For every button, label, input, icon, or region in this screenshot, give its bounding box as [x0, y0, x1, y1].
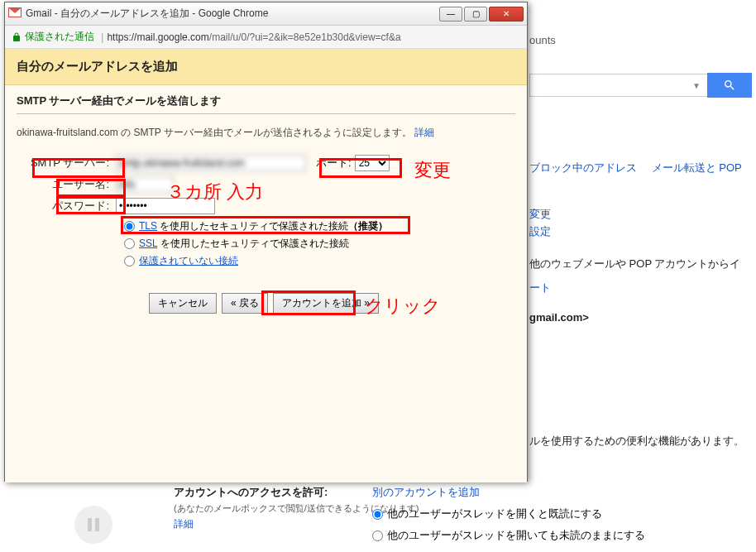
url-text: https://mail.google.com/mail/u/0/?ui=2&i…: [107, 31, 400, 43]
pass-label: パスワード:: [17, 199, 116, 214]
popup-subheading: SMTP サーバー経由でメールを送信します: [17, 94, 515, 108]
smtp-input[interactable]: [116, 155, 306, 171]
popup-window: Gmail - 自分のメールアドレスを追加 - Google Chrome — …: [4, 2, 528, 482]
bg-webmail-text: 他のウェブメールや POP アカウントからイ: [529, 257, 740, 271]
bg-change-link[interactable]: 変更: [529, 207, 551, 222]
ssl-radio[interactable]: [124, 238, 135, 249]
maximize-button[interactable]: ▢: [464, 7, 487, 22]
none-link[interactable]: 保護されていない接続: [139, 254, 238, 268]
ssl-link[interactable]: SSL: [139, 238, 157, 249]
add-account-button[interactable]: アカウントを追加 »: [273, 293, 379, 314]
bg-bottom-text: ルを使用するための便利な機能があります。: [529, 434, 744, 449]
port-select[interactable]: 25: [355, 155, 390, 171]
popup-description: okinawa-fruitsland.com の SMTP サーバー経由でメール…: [17, 126, 515, 140]
bg-dash-text: ート: [529, 281, 551, 295]
add-another-link[interactable]: 別のアカウントを追加: [372, 485, 645, 500]
popup-content: 自分のメールアドレスを追加 SMTP サーバー経由でメールを送信します okin…: [5, 49, 527, 481]
minimize-button[interactable]: —: [439, 7, 462, 22]
blocked-link[interactable]: ブロック中のアドレス: [529, 161, 637, 174]
detail-link[interactable]: 詳細: [414, 127, 434, 138]
user-label: ユーザー名:: [17, 177, 116, 192]
tls-radio[interactable]: [124, 221, 135, 232]
close-button[interactable]: ✕: [489, 7, 524, 22]
smtp-label: SMTP サーバー:: [17, 156, 116, 170]
search-button[interactable]: [707, 73, 752, 98]
bg-search-input[interactable]: [529, 74, 686, 97]
bg-radio2[interactable]: [372, 530, 383, 541]
pause-overlay-icon: [74, 506, 112, 544]
url-bar: 保護された通信 | https://mail.google.com/mail/u…: [5, 26, 527, 49]
user-input[interactable]: [116, 176, 174, 193]
popup-heading: 自分のメールアドレスを追加: [5, 49, 527, 85]
forward-link[interactable]: メール転送と POP: [652, 161, 742, 174]
bg-tab-links: ブロック中のアドレス メール転送と POP: [529, 161, 754, 175]
window-titlebar: Gmail - 自分のメールアドレスを追加 - Google Chrome — …: [5, 2, 527, 26]
bg-radio1-label: 他のユーザーがスレッドを開くと既読にする: [387, 506, 602, 521]
tls-link[interactable]: TLS: [139, 220, 157, 232]
bg-radio1[interactable]: [372, 509, 383, 520]
cancel-button[interactable]: キャンセル: [149, 293, 217, 314]
bg-ounts: ounts: [529, 34, 556, 46]
secure-label: 保護された通信: [25, 30, 94, 44]
bg-settings-link[interactable]: 設定: [529, 224, 551, 239]
port-label: ポート:: [316, 156, 352, 170]
none-radio[interactable]: [124, 256, 135, 266]
lock-icon: [12, 32, 22, 42]
bg-bottom-section: アカウントへのアクセスを許可: (あなたのメールボックスで閲覧/送信できるように…: [174, 485, 752, 531]
search-icon: [723, 79, 736, 92]
bg-radio2-label: 他のユーザーがスレッドを開いても未読のままにする: [387, 528, 645, 543]
gmail-icon: [8, 7, 22, 21]
window-title: Gmail - 自分のメールアドレスを追加 - Google Chrome: [26, 7, 439, 21]
back-button[interactable]: « 戻る: [222, 293, 268, 314]
bg-gmail-text: gmail.com>: [529, 311, 589, 324]
bg-search-dropdown[interactable]: ▼: [686, 74, 707, 97]
bg-search-row: ▼: [529, 73, 752, 98]
pass-input[interactable]: [116, 198, 215, 214]
